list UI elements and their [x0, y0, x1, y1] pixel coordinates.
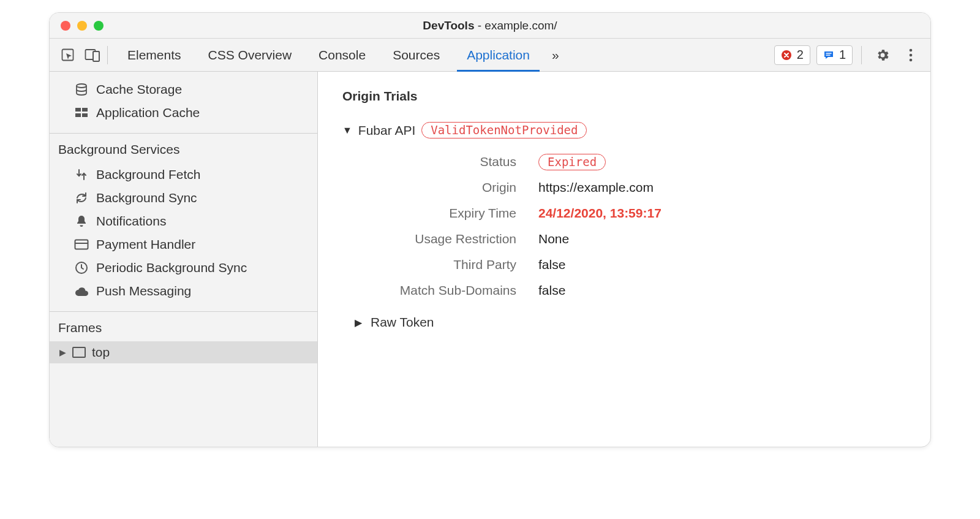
label-third-party: Third Party	[349, 257, 538, 272]
sidebar-item-label: Background Fetch	[96, 165, 200, 184]
sidebar-item-label: Push Messaging	[96, 282, 191, 300]
token-status-pill: ValidTokenNotProvided	[421, 122, 587, 138]
raw-token-label: Raw Token	[371, 315, 434, 330]
inspect-element-icon[interactable]	[56, 43, 80, 67]
sidebar-item-label: Cache Storage	[96, 80, 182, 99]
sidebar-item-frame-top[interactable]: ▶ top	[50, 341, 317, 363]
sidebar-item-label: Notifications	[96, 212, 166, 230]
tabs-overflow-button[interactable]: »	[543, 39, 568, 71]
trial-details-grid: Status Expired Origin https://example.co…	[349, 154, 906, 298]
tabbar-divider-right	[861, 46, 862, 64]
device-toolbar-icon[interactable]	[80, 43, 105, 67]
svg-rect-11	[75, 113, 81, 117]
title-app: DevTools	[423, 19, 474, 32]
sidebar-item-notifications[interactable]: Notifications	[50, 210, 317, 233]
window-titlebar: DevTools - example.com/	[50, 13, 930, 39]
collapse-triangle-icon[interactable]: ▼	[342, 125, 352, 136]
bell-icon	[74, 214, 89, 229]
svg-rect-9	[75, 108, 81, 112]
label-origin: Origin	[349, 180, 538, 195]
value-third-party: false	[538, 257, 906, 272]
sidebar-item-label: Application Cache	[96, 104, 200, 122]
devtools-window: DevTools - example.com/ Elements CSS Ove…	[49, 12, 931, 447]
traffic-lights	[61, 21, 104, 31]
expand-triangle-icon[interactable]: ▶	[59, 347, 66, 357]
minimize-window-button[interactable]	[77, 21, 87, 31]
fetch-icon	[74, 167, 89, 182]
window-title: DevTools - example.com/	[423, 19, 557, 32]
errors-counter[interactable]: 2	[774, 45, 810, 65]
frame-icon	[72, 347, 86, 358]
svg-rect-12	[82, 113, 88, 117]
section-title-origin-trials: Origin Trials	[342, 89, 906, 104]
sidebar-item-background-sync[interactable]: Background Sync	[50, 186, 317, 210]
sidebar-item-cache-storage[interactable]: Cache Storage	[50, 78, 317, 101]
label-status: Status	[349, 154, 538, 169]
value-origin: https://example.com	[538, 180, 906, 195]
close-window-button[interactable]	[61, 21, 70, 31]
application-main-panel: Origin Trials ▼ Fubar API ValidTokenNotP…	[318, 72, 930, 447]
label-match-subdomains: Match Sub-Domains	[349, 283, 538, 298]
message-icon	[823, 50, 834, 61]
sidebar-item-push-messaging[interactable]: Push Messaging	[50, 279, 317, 303]
status-pill: Expired	[538, 154, 606, 170]
sidebar-section-frames: Frames	[50, 312, 317, 341]
origin-trial-header[interactable]: ▼ Fubar API ValidTokenNotProvided	[342, 122, 906, 138]
svg-point-8	[77, 84, 86, 88]
application-sidebar: Cache Storage Application Cache Backgrou…	[50, 72, 318, 447]
svg-rect-10	[82, 108, 88, 112]
svg-point-6	[910, 53, 913, 56]
sidebar-item-label: Payment Handler	[96, 235, 195, 254]
trial-name: Fubar API	[358, 123, 415, 138]
tab-application[interactable]: Application	[453, 39, 543, 71]
sidebar-item-background-fetch[interactable]: Background Fetch	[50, 163, 317, 186]
frame-label: top	[92, 345, 110, 360]
svg-rect-2	[93, 51, 99, 61]
tab-console[interactable]: Console	[305, 39, 379, 71]
value-usage-restriction: None	[538, 232, 906, 246]
settings-button[interactable]	[872, 48, 894, 63]
sidebar-section-background-services: Background Services	[50, 134, 317, 163]
tab-elements[interactable]: Elements	[114, 39, 195, 71]
gear-icon	[875, 48, 890, 63]
sidebar-item-label: Background Sync	[96, 189, 197, 207]
clock-icon	[74, 260, 89, 275]
sidebar-item-application-cache[interactable]: Application Cache	[50, 101, 317, 124]
title-sep: -	[474, 19, 484, 32]
label-usage-restriction: Usage Restriction	[349, 232, 538, 246]
database-icon	[74, 82, 89, 97]
errors-count: 2	[797, 48, 804, 62]
credit-card-icon	[74, 237, 89, 252]
error-icon	[781, 50, 792, 61]
sidebar-item-label: Periodic Background Sync	[96, 259, 247, 277]
kebab-icon	[909, 48, 913, 62]
devtools-tabbar: Elements CSS Overview Console Sources Ap…	[50, 39, 930, 72]
title-url: example.com/	[484, 19, 557, 32]
value-expiry: 24/12/2020, 13:59:17	[538, 206, 906, 221]
svg-rect-13	[75, 240, 88, 249]
value-match-subdomains: false	[538, 283, 906, 298]
sidebar-item-payment-handler[interactable]: Payment Handler	[50, 233, 317, 256]
tabbar-divider	[107, 46, 108, 64]
cloud-icon	[74, 284, 89, 298]
messages-counter[interactable]: 1	[816, 45, 853, 65]
tab-sources[interactable]: Sources	[379, 39, 453, 71]
devtools-body: Cache Storage Application Cache Backgrou…	[50, 72, 930, 447]
svg-point-7	[910, 58, 913, 61]
zoom-window-button[interactable]	[94, 21, 104, 31]
sidebar-item-periodic-sync[interactable]: Periodic Background Sync	[50, 256, 317, 279]
raw-token-row[interactable]: ▶ Raw Token	[355, 315, 906, 330]
tab-css-overview[interactable]: CSS Overview	[195, 39, 306, 71]
grid-icon	[74, 105, 89, 120]
more-options-button[interactable]	[900, 48, 922, 62]
expand-triangle-icon[interactable]: ▶	[355, 317, 362, 328]
messages-count: 1	[839, 48, 846, 62]
sync-icon	[74, 191, 89, 205]
svg-point-5	[910, 48, 913, 51]
value-status: Expired	[538, 154, 906, 169]
label-expiry: Expiry Time	[349, 206, 538, 221]
